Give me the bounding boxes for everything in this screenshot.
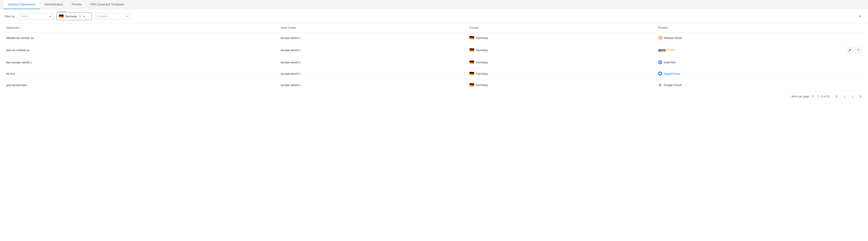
seed-cluster-cell: europe-west3-c — [279, 57, 467, 68]
provider-chevron-icon: ▾ — [126, 15, 128, 18]
provider-cell: Alibaba Cloud — [656, 32, 845, 44]
provider-cell: DigitalOcean — [656, 68, 845, 79]
country-flag-cell: 🇩🇪 — [469, 71, 474, 76]
country-flag: 🇩🇪 — [59, 14, 64, 19]
add-datacenter-button[interactable]: + — [857, 13, 864, 20]
row-actions-cell — [845, 57, 864, 68]
row-actions-cell — [845, 79, 864, 91]
provider-cell: kubeAdm — [656, 57, 845, 68]
pagination-bar: Items per page: 5 1 – 5 of 12 ⟨⟨ ⟨ ⟩ ⟩⟩ — [0, 91, 868, 102]
add-icon: + — [859, 14, 861, 19]
seed-cluster-cell: europe-west3-c — [279, 79, 467, 91]
items-per-page-label: Items per page: — [792, 95, 810, 98]
svg-point-4 — [659, 62, 661, 63]
country-filter-clear-icon[interactable]: ✕ — [79, 15, 82, 18]
seed-chevron-icon: ▾ — [50, 15, 51, 18]
col-header-actions — [845, 24, 864, 32]
svg-rect-12 — [660, 75, 661, 76]
edit-button[interactable] — [847, 47, 854, 53]
table-row: aws-eu-central-1a europe-west3-c 🇩🇪 Germ… — [4, 44, 864, 57]
country-name-cell: Germany — [476, 36, 488, 39]
country-filter-chevron-icon: ▾ — [83, 15, 85, 18]
row-actions-cell — [845, 44, 864, 57]
col-header-country: Country — [467, 24, 656, 32]
row-actions-cell — [845, 32, 864, 44]
svg-point-10 — [659, 73, 661, 75]
country-flag-cell: 🇩🇪 — [469, 60, 474, 65]
seed-cluster-cell: europe-west3-c — [279, 68, 467, 79]
datacenter-cell: byo-europe-west3-c — [4, 57, 279, 68]
svg-point-1 — [659, 37, 661, 39]
provider-placeholder: Provider — [97, 15, 108, 18]
last-page-button[interactable]: ⟩⟩ — [857, 93, 864, 100]
gcp-logo: Google Cloud — [658, 83, 843, 87]
toolbar: Filter by Seed ▾ Country 🇩🇪 Germany ✕ ▾ … — [0, 9, 868, 24]
seed-cluster-cell: europe-west3-c — [279, 44, 467, 57]
datacenter-cell: gcp-westeurope — [4, 79, 279, 91]
table-row: byo-europe-west3-c europe-west3-c 🇩🇪 Ger… — [4, 57, 864, 68]
items-per-page-container: Items per page: 5 — [792, 95, 814, 98]
country-cell: 🇩🇪 Germany — [467, 44, 656, 57]
prev-page-button[interactable]: ⟨ — [841, 93, 847, 100]
country-cell: 🇩🇪 Germany — [467, 79, 656, 91]
table-header-row: Datacenter ↑ Seed Cluster Country Provid… — [4, 24, 864, 32]
country-filter[interactable]: Country 🇩🇪 Germany ✕ ▾ — [56, 12, 92, 20]
seed-placeholder: Seed — [21, 15, 27, 18]
seed-filter[interactable]: Seed ▾ — [18, 13, 54, 20]
provider-cell: aws — [656, 44, 845, 57]
digitalocean-logo: DigitalOcean — [658, 71, 843, 76]
kubeadm-logo: kubeAdm — [658, 60, 843, 64]
country-name-cell: Germany — [476, 72, 488, 75]
col-header-provider: Provider — [656, 24, 845, 32]
country-name-cell: Germany — [476, 61, 488, 64]
country-filter-label: Country — [58, 11, 67, 13]
page-range-info: 1 – 5 of 12 — [817, 95, 830, 98]
datacenter-cell: alibaba-eu-central-1a — [4, 32, 279, 44]
provider-cell: Google Cloud — [656, 79, 845, 91]
tab-administrators[interactable]: Administrators — [40, 0, 67, 9]
tab-dynamic-datacenters[interactable]: Dynamic Datacenters — [4, 0, 40, 9]
country-cell: 🇩🇪 Germany — [467, 57, 656, 68]
aws-logo: aws — [658, 48, 843, 52]
country-cell: 🇩🇪 Germany — [467, 68, 656, 79]
col-header-datacenter[interactable]: Datacenter ↑ — [4, 24, 279, 32]
country-filter-value: Germany — [65, 15, 77, 18]
delete-button[interactable] — [855, 47, 862, 53]
country-flag-cell: 🇩🇪 — [469, 48, 474, 52]
first-page-button[interactable]: ⟨⟨ — [833, 93, 840, 100]
col-header-seed-cluster: Seed Cluster — [279, 24, 467, 32]
datacenter-cell: aws-eu-central-1a — [4, 44, 279, 57]
country-flag-cell: 🇩🇪 — [469, 82, 474, 87]
country-name-cell: Germany — [476, 83, 488, 87]
table-row: alibaba-eu-central-1a europe-west3-c 🇩🇪 … — [4, 32, 864, 44]
country-name-cell: Germany — [476, 49, 488, 52]
country-cell: 🇩🇪 Germany — [467, 32, 656, 44]
svg-rect-11 — [660, 75, 661, 75]
country-flag-cell: 🇩🇪 — [469, 35, 474, 40]
table-row: do-fra1 europe-west3-c 🇩🇪 Germany Digita… — [4, 68, 864, 79]
row-actions-cell — [845, 68, 864, 79]
datacenters-table: Datacenter ↑ Seed Cluster Country Provid… — [4, 24, 864, 91]
alibaba-cloud-logo: Alibaba Cloud — [658, 36, 843, 39]
datacenter-sort-icon: ↑ — [21, 27, 22, 29]
table-row: gcp-westeurope europe-west3-c 🇩🇪 Germany… — [4, 79, 864, 91]
datacenters-table-container: Datacenter ↑ Seed Cluster Country Provid… — [0, 24, 868, 91]
seed-cluster-cell: europe-west3-c — [279, 32, 467, 44]
filter-by-label: Filter by — [4, 15, 14, 18]
next-page-button[interactable]: ⟩ — [849, 93, 856, 100]
items-per-page-value: 5 — [812, 95, 814, 98]
tab-opa-constraint-templates[interactable]: OPA Constraint Templates — [86, 0, 128, 9]
provider-filter[interactable]: Provider ▾ — [95, 13, 130, 20]
tab-presets[interactable]: Presets — [67, 0, 86, 9]
datacenter-cell: do-fra1 — [4, 68, 279, 79]
tab-bar: Dynamic Datacenters Administrators Prese… — [0, 0, 868, 9]
